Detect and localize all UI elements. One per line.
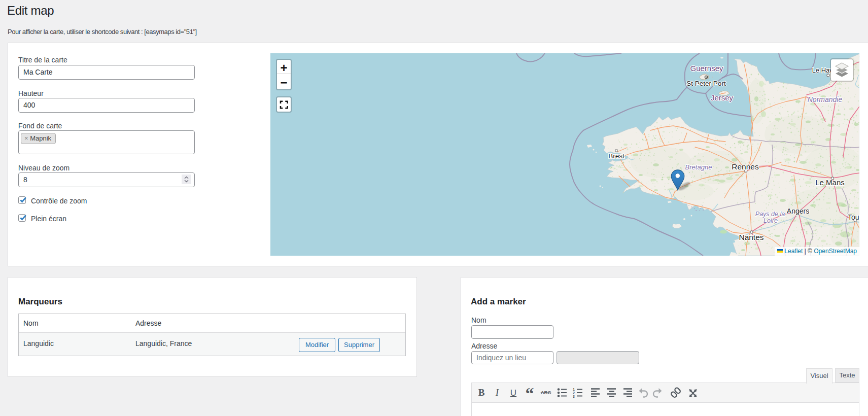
svg-text:Brest: Brest	[608, 152, 624, 160]
svg-text:Guernsey: Guernsey	[690, 64, 723, 73]
svg-text:ABC: ABC	[541, 390, 551, 395]
svg-text:Le Mans: Le Mans	[815, 178, 845, 187]
svg-text:Nantes: Nantes	[739, 233, 763, 241]
svg-text:St Peter Port: St Peter Port	[686, 80, 726, 87]
svg-text:I: I	[495, 387, 500, 398]
svg-text:U: U	[510, 388, 516, 398]
svg-text:“: “	[526, 384, 534, 401]
svg-text:B: B	[478, 387, 485, 398]
svg-text:Loire: Loire	[763, 217, 778, 224]
svg-text:Pays de la: Pays de la	[755, 211, 785, 218]
svg-text:1: 1	[573, 388, 575, 391]
svg-text:Angers: Angers	[787, 207, 809, 215]
svg-text:Jersey: Jersey	[711, 93, 734, 102]
svg-text:Bretagne: Bretagne	[685, 163, 712, 171]
svg-text:Normandie: Normandie	[808, 95, 843, 103]
svg-text:Tours: Tours	[848, 213, 859, 221]
svg-text:2: 2	[573, 391, 575, 395]
svg-text:3: 3	[573, 395, 575, 398]
svg-text:Rennes: Rennes	[732, 162, 759, 171]
